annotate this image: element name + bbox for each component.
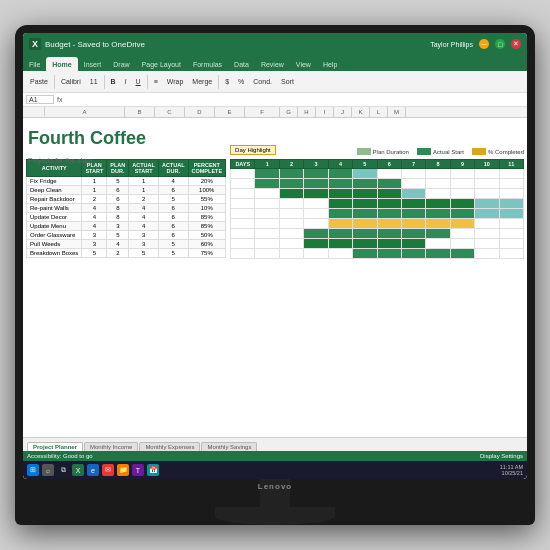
close-button[interactable]: ✕ [511,39,521,49]
col-m[interactable]: M [388,107,406,117]
company-title: Fourth Coffee [28,129,146,149]
gantt-bar-cell [304,199,328,209]
col-d[interactable]: D [185,107,215,117]
table-row: Deep Clean 1 6 1 6 100% [27,186,226,195]
col-c[interactable]: C [155,107,185,117]
cell-act-dur: 5 [158,249,188,258]
tab-help[interactable]: Help [317,57,343,71]
column-headers: A B C D E F G H I J K L M [23,107,527,118]
tab-project-planner[interactable]: Project Planner [27,442,83,451]
col-e[interactable]: E [215,107,245,117]
gantt-bar-cell [255,189,279,199]
col-b[interactable]: B [125,107,155,117]
cell-plan-dur: 6 [107,186,129,195]
font-name[interactable]: Calibri [58,77,84,86]
minimize-button[interactable]: ─ [479,39,489,49]
cell-plan-start: 3 [82,231,107,240]
gantt-bar-cell [304,169,328,179]
tab-monthly-savings[interactable]: Monthly Savings [201,442,257,451]
col-h[interactable]: H [298,107,316,117]
col-i[interactable]: I [316,107,334,117]
gantt-bar-cell [377,209,401,219]
edge-icon[interactable]: e [87,464,99,476]
gantt-bar-days-label [231,169,255,179]
gantt-bar-cell [426,239,450,249]
separator-1 [54,75,55,89]
cell-act-start: 1 [129,177,159,186]
col-j[interactable]: J [334,107,352,117]
gantt-bar-cell [328,199,352,209]
gantt-bar-cell [426,179,450,189]
display-settings: Display Settings [480,453,523,459]
tab-view[interactable]: View [290,57,317,71]
legend-complete-label: % Completed [488,149,524,155]
conditional-format[interactable]: Cond. [250,77,275,86]
col-f[interactable]: F [245,107,280,117]
tab-formulas[interactable]: Formulas [187,57,228,71]
font-size[interactable]: 11 [87,77,101,86]
paste-button[interactable]: Paste [27,77,51,86]
gantt-bar-cell [450,199,474,209]
ribbon-tabs: File Home Insert Draw Page Layout Formul… [23,55,527,71]
gantt-bar-cell [450,219,474,229]
gantt-bar-row [231,229,524,239]
folder-icon[interactable]: 📁 [117,464,129,476]
table-row: Update Decor 4 8 4 6 85% [27,213,226,222]
cell-pct: 60% [188,240,226,249]
underline-button[interactable]: U [133,77,144,86]
task-view-icon[interactable]: ⧉ [57,464,69,476]
wrap-text[interactable]: Wrap [164,77,187,86]
tab-pagelayout[interactable]: Page Layout [136,57,187,71]
gantt-bar-cell [475,189,499,199]
align-left[interactable]: ≡ [151,77,161,86]
taskbar-date: 10/25/21 [502,470,523,476]
merge-button[interactable]: Merge [189,77,215,86]
tab-review[interactable]: Review [255,57,290,71]
italic-button[interactable]: I [122,77,130,86]
gantt-bar-cell [401,239,425,249]
cell-act-dur: 6 [158,222,188,231]
excel-titlebar: X Budget - Saved to OneDrive Taylor Phil… [23,33,527,55]
tab-insert[interactable]: Insert [78,57,108,71]
sort-button[interactable]: Sort [278,77,297,86]
col-l[interactable]: L [370,107,388,117]
gantt-bar-cell [353,189,377,199]
gantt-bar-cell [304,189,328,199]
cell-pct: 85% [188,222,226,231]
percent-button[interactable]: % [235,77,247,86]
gantt-bar-cell [401,179,425,189]
tab-home[interactable]: Home [46,57,77,71]
gantt-bar-cell [255,169,279,179]
legend-plan-color [357,148,371,155]
taskbar-clock: 11:11 AM 10/25/21 [500,464,523,476]
col-k[interactable]: K [352,107,370,117]
teams-icon[interactable]: T [132,464,144,476]
cell-activity: Deep Clean [27,186,82,195]
tab-draw[interactable]: Draw [107,57,135,71]
tab-monthly-expenses[interactable]: Monthly Expenses [139,442,200,451]
cell-reference[interactable]: A1 [26,95,54,104]
gantt-bar-days-label [231,229,255,239]
maximize-button[interactable]: □ [495,39,505,49]
col-g[interactable]: G [280,107,298,117]
tab-file[interactable]: File [23,57,46,71]
gantt-bar-cell [377,169,401,179]
tab-data[interactable]: Data [228,57,255,71]
gantt-bar-cell [475,199,499,209]
gantt-bar-cell [450,189,474,199]
search-icon[interactable]: ⌕ [42,464,54,476]
calendar-icon[interactable]: 📅 [147,464,159,476]
col-a[interactable]: A [45,107,125,117]
mail-icon[interactable]: ✉ [102,464,114,476]
gantt-bar-row [231,249,524,259]
gantt-bar-cell [401,209,425,219]
tab-monthly-income[interactable]: Monthly Income [84,442,138,451]
cell-act-start: 4 [129,222,159,231]
gantt-bar-days-label [231,239,255,249]
taskbar: ⊞ ⌕ ⧉ X e ✉ 📁 T 📅 11:11 AM 10/25/21 [23,461,527,479]
gantt-bar-cell [499,249,523,259]
bold-button[interactable]: B [108,77,119,86]
currency-button[interactable]: $ [222,77,232,86]
windows-icon[interactable]: ⊞ [27,464,39,476]
excel-taskbar-icon[interactable]: X [72,464,84,476]
